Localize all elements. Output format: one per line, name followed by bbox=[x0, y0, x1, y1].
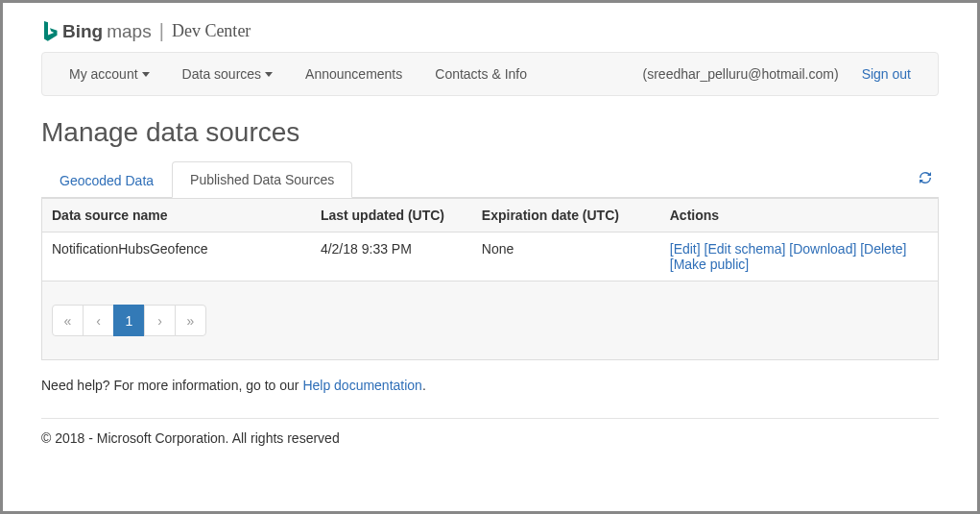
col-updated: Last updated (UTC) bbox=[311, 199, 472, 233]
action-edit-schema[interactable]: [Edit schema] bbox=[705, 241, 786, 257]
bing-logo: Bing maps bbox=[41, 21, 152, 42]
bing-text: Bing bbox=[62, 21, 103, 42]
devcenter-text: Dev Center bbox=[172, 21, 251, 41]
help-prefix: Need help? For more information, go to o… bbox=[41, 378, 302, 393]
help-text: Need help? For more information, go to o… bbox=[41, 378, 939, 393]
tab-geocoded[interactable]: Geocoded Data bbox=[41, 162, 172, 198]
nav-user-email: (sreedhar_pelluru@hotmail.com) bbox=[643, 66, 839, 82]
pager-next[interactable]: › bbox=[144, 305, 176, 336]
cell-name: NotificationHubsGeofence bbox=[42, 233, 311, 281]
top-nav: My account Data sources Announcements Co… bbox=[41, 52, 939, 96]
caret-down-icon bbox=[142, 72, 150, 77]
cell-actions: [Edit] [Edit schema] [Download] [Delete]… bbox=[660, 233, 938, 281]
pager-zone: « ‹ 1 › » bbox=[42, 281, 938, 359]
tab-published[interactable]: Published Data Sources bbox=[172, 161, 352, 198]
tab-row: Geocoded Data Published Data Sources bbox=[41, 161, 939, 198]
footer-separator bbox=[41, 418, 939, 419]
nav-data-sources-label: Data sources bbox=[182, 66, 261, 82]
caret-down-icon bbox=[265, 72, 273, 77]
table-row: NotificationHubsGeofence 4/2/18 9:33 PM … bbox=[42, 233, 938, 281]
cell-updated: 4/2/18 9:33 PM bbox=[311, 233, 472, 281]
pager-first[interactable]: « bbox=[52, 305, 84, 336]
pager: « ‹ 1 › » bbox=[52, 305, 206, 336]
help-suffix: . bbox=[422, 378, 426, 393]
footer-text: © 2018 - Microsoft Corporation. All righ… bbox=[41, 430, 939, 446]
data-sources-table: Data source name Last updated (UTC) Expi… bbox=[42, 198, 938, 281]
nav-my-account-label: My account bbox=[69, 66, 138, 82]
refresh-icon bbox=[918, 170, 933, 185]
page-title: Manage data sources bbox=[41, 117, 939, 148]
action-make-public[interactable]: [Make public] bbox=[670, 257, 749, 272]
col-name: Data source name bbox=[42, 199, 311, 233]
data-panel: Data source name Last updated (UTC) Expi… bbox=[41, 198, 939, 360]
action-download[interactable]: [Download] bbox=[789, 241, 856, 257]
pager-page-1[interactable]: 1 bbox=[113, 305, 145, 336]
maps-text: maps bbox=[107, 21, 151, 42]
nav-contacts[interactable]: Contacts & Info bbox=[435, 66, 527, 82]
action-delete[interactable]: [Delete] bbox=[860, 241, 906, 257]
cell-expiry: None bbox=[472, 233, 660, 281]
pager-prev[interactable]: ‹ bbox=[83, 305, 114, 336]
col-expiry: Expiration date (UTC) bbox=[472, 199, 660, 233]
pager-last[interactable]: » bbox=[175, 305, 206, 336]
brand-bar: Bing maps | Dev Center bbox=[41, 14, 939, 52]
nav-announcements[interactable]: Announcements bbox=[305, 66, 402, 82]
col-actions: Actions bbox=[660, 199, 938, 233]
refresh-button[interactable] bbox=[912, 164, 939, 194]
nav-data-sources[interactable]: Data sources bbox=[182, 66, 273, 82]
bing-icon bbox=[41, 21, 59, 42]
nav-sign-out[interactable]: Sign out bbox=[862, 66, 911, 82]
brand-separator: | bbox=[159, 20, 164, 42]
nav-my-account[interactable]: My account bbox=[69, 66, 150, 82]
action-edit[interactable]: [Edit] bbox=[670, 241, 701, 257]
help-doc-link[interactable]: Help documentation bbox=[302, 378, 422, 393]
